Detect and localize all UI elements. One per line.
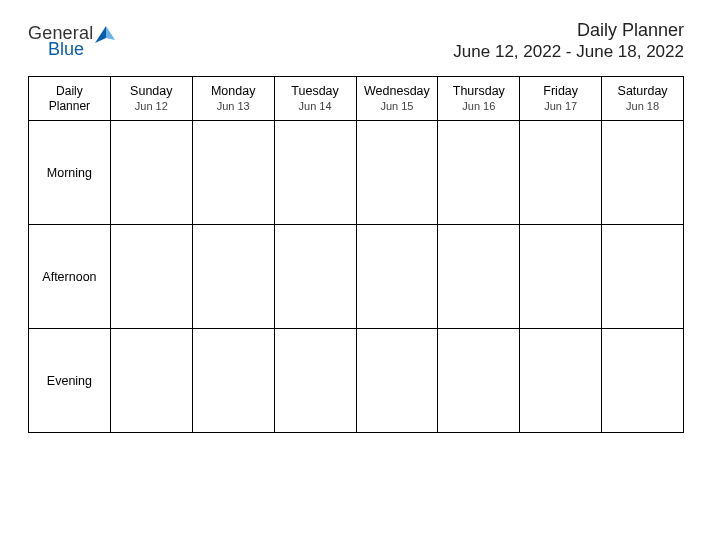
title-block: Daily Planner June 12, 2022 - June 18, 2… (453, 20, 684, 62)
day-header-thursday: Thursday Jun 16 (438, 77, 520, 121)
planner-table: Daily Planner Sunday Jun 12 Monday Jun 1… (28, 76, 684, 433)
row-label-morning: Morning (29, 121, 111, 225)
cell[interactable] (520, 329, 602, 433)
day-header-wednesday: Wednesday Jun 15 (356, 77, 438, 121)
date-range: June 12, 2022 - June 18, 2022 (453, 42, 684, 62)
day-name: Sunday (113, 83, 190, 99)
row-morning: Morning (29, 121, 684, 225)
cell[interactable] (356, 225, 438, 329)
day-header-sunday: Sunday Jun 12 (110, 77, 192, 121)
row-label-afternoon: Afternoon (29, 225, 111, 329)
day-date: Jun 15 (359, 99, 436, 113)
logo-text: General Blue (28, 24, 93, 58)
corner-line1: Daily (31, 84, 108, 99)
cell[interactable] (110, 121, 192, 225)
row-label-evening: Evening (29, 329, 111, 433)
cell[interactable] (110, 225, 192, 329)
day-name: Monday (195, 83, 272, 99)
row-afternoon: Afternoon (29, 225, 684, 329)
cell[interactable] (602, 121, 684, 225)
day-name: Thursday (440, 83, 517, 99)
day-date: Jun 13 (195, 99, 272, 113)
cell[interactable] (520, 225, 602, 329)
day-date: Jun 14 (277, 99, 354, 113)
triangle-icon (95, 26, 115, 48)
day-header-friday: Friday Jun 17 (520, 77, 602, 121)
logo: General Blue (28, 20, 115, 58)
corner-header: Daily Planner (29, 77, 111, 121)
row-evening: Evening (29, 329, 684, 433)
cell[interactable] (520, 121, 602, 225)
day-date: Jun 16 (440, 99, 517, 113)
cell[interactable] (192, 121, 274, 225)
day-name: Saturday (604, 83, 681, 99)
header-row: Daily Planner Sunday Jun 12 Monday Jun 1… (29, 77, 684, 121)
logo-word-blue: Blue (48, 40, 93, 58)
cell[interactable] (602, 225, 684, 329)
day-name: Tuesday (277, 83, 354, 99)
day-date: Jun 12 (113, 99, 190, 113)
cell[interactable] (274, 225, 356, 329)
header: General Blue Daily Planner June 12, 2022… (28, 20, 684, 62)
cell[interactable] (274, 329, 356, 433)
cell[interactable] (356, 121, 438, 225)
day-date: Jun 18 (604, 99, 681, 113)
day-date: Jun 17 (522, 99, 599, 113)
day-header-tuesday: Tuesday Jun 14 (274, 77, 356, 121)
cell[interactable] (438, 225, 520, 329)
cell[interactable] (602, 329, 684, 433)
cell[interactable] (274, 121, 356, 225)
cell[interactable] (438, 329, 520, 433)
day-header-saturday: Saturday Jun 18 (602, 77, 684, 121)
cell[interactable] (192, 225, 274, 329)
day-name: Friday (522, 83, 599, 99)
cell[interactable] (110, 329, 192, 433)
cell[interactable] (192, 329, 274, 433)
page-title: Daily Planner (453, 20, 684, 41)
day-header-monday: Monday Jun 13 (192, 77, 274, 121)
cell[interactable] (356, 329, 438, 433)
cell[interactable] (438, 121, 520, 225)
corner-line2: Planner (31, 99, 108, 114)
day-name: Wednesday (359, 83, 436, 99)
